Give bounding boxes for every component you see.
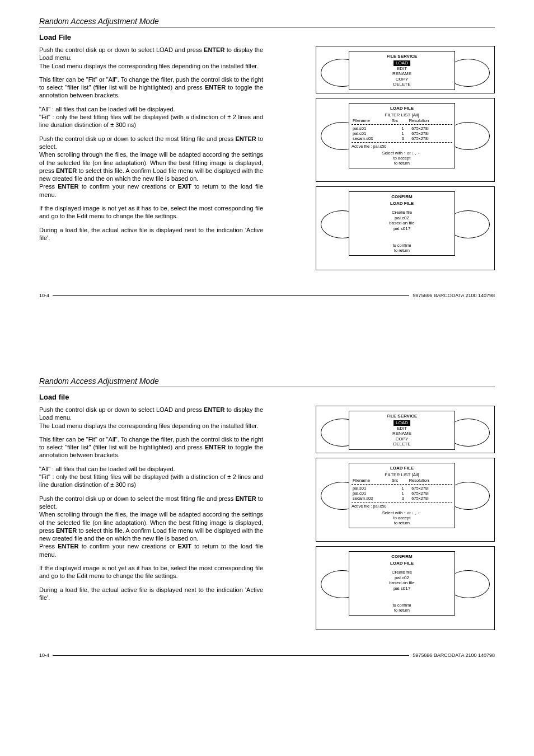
paragraph: During a load file, the actual active fi… bbox=[39, 586, 263, 602]
hint-line: Select with ↑ or ↓ , ← bbox=[352, 151, 452, 156]
diagram-confirm: CONFIRM LOAD FILE Create filepal.c02base… bbox=[316, 186, 495, 270]
table-cell: 675x278i bbox=[410, 131, 452, 136]
menu-title: LOAD FILE bbox=[352, 561, 452, 566]
confirm-line: Create file bbox=[352, 570, 452, 575]
table-cell: 3 bbox=[400, 496, 410, 501]
paragraph: This filter can be "Fit" or "All". To ch… bbox=[39, 76, 263, 100]
page: Random Access Adjustment Mode Load File … bbox=[0, 0, 534, 315]
paragraph: If the displayed image is not yet as it … bbox=[39, 204, 263, 220]
diagram-file-service: FILE SERVICELOADEDITRENAMECOPYDELETE bbox=[316, 406, 495, 453]
hint-line: to return bbox=[352, 161, 452, 166]
hint-line: to confirm bbox=[352, 243, 452, 248]
confirm-line: pal.c02 bbox=[352, 575, 452, 581]
filter-label: FILTER LIST [All] bbox=[352, 112, 452, 118]
confirm-line: Create file bbox=[352, 210, 452, 215]
paragraph: Push the control disk up or down to sele… bbox=[39, 135, 263, 199]
paragraph: Push the control disk up or down to sele… bbox=[39, 495, 263, 558]
menu-item: DELETE bbox=[393, 442, 410, 447]
table-cell: secam.s03 bbox=[352, 496, 400, 501]
menu-item: COPY bbox=[396, 436, 409, 442]
menu-item: EDIT bbox=[397, 66, 407, 71]
menu-item: LOAD bbox=[394, 420, 410, 426]
table-cell: pal.s01 bbox=[352, 486, 400, 491]
confirm-line: based on file bbox=[352, 220, 452, 226]
diagram-file-service: FILE SERVICELOADEDITRENAMECOPYDELETE bbox=[316, 46, 495, 93]
active-file-label: Active file : pal.c50 bbox=[352, 144, 452, 149]
table-cell: 675x278i bbox=[410, 496, 452, 501]
menu-title: FILE SERVICE bbox=[352, 414, 452, 419]
menu-title: CONFIRM bbox=[352, 554, 452, 559]
footer-left: 10-4 bbox=[39, 293, 49, 298]
paragraph: Push the control disk up or down to sele… bbox=[39, 46, 263, 70]
section-title: Random Access Adjustment Mode bbox=[39, 17, 495, 27]
menu-title: CONFIRM bbox=[352, 194, 452, 199]
paragraph: "All" : all files that can be loaded wil… bbox=[39, 105, 263, 129]
table-cell: secam.s03 bbox=[352, 136, 400, 141]
table-cell: 3 bbox=[400, 136, 410, 141]
active-file-label: Active file : pal.c50 bbox=[352, 504, 452, 509]
confirm-line: pal.c02 bbox=[352, 215, 452, 221]
paragraph: If the displayed image is not yet as it … bbox=[39, 564, 263, 580]
menu-item: COPY bbox=[396, 77, 409, 82]
confirm-line: pal.s01? bbox=[352, 226, 452, 232]
filter-label: FILTER LIST [All] bbox=[352, 472, 452, 478]
table-cell: pal.c01 bbox=[352, 131, 400, 136]
diagram-column: FILE SERVICELOADEDITRENAMECOPYDELETE LOA… bbox=[274, 46, 495, 270]
hint-line: to accept bbox=[352, 515, 452, 520]
paragraph: Push the control disk up or down to sele… bbox=[39, 406, 263, 430]
table-cell: 1 bbox=[400, 486, 410, 491]
page: Random Access Adjustment Mode Load file … bbox=[0, 360, 534, 675]
menu-title: FILE SERVICE bbox=[352, 54, 452, 59]
table-cell: 1 bbox=[400, 491, 410, 496]
diagram-column: FILE SERVICELOADEDITRENAMECOPYDELETE LOA… bbox=[274, 406, 495, 630]
menu-item: RENAME bbox=[392, 431, 411, 436]
table-cell: 1 bbox=[400, 131, 410, 136]
diagram-confirm: CONFIRM LOAD FILE Create filepal.c02base… bbox=[316, 546, 495, 630]
section-title: Random Access Adjustment Mode bbox=[39, 377, 495, 387]
body-text: Push the control disk up or down to sele… bbox=[39, 406, 263, 630]
hint-line: to accept bbox=[352, 156, 452, 161]
hint-line: to confirm bbox=[352, 603, 452, 608]
body-text: Push the control disk up or down to sele… bbox=[39, 46, 263, 270]
table-cell: 675x278i bbox=[410, 126, 452, 131]
paragraph: This filter can be "Fit" or "All". To ch… bbox=[39, 435, 263, 459]
hint-line: to return bbox=[352, 608, 452, 613]
menu-item: RENAME bbox=[392, 71, 411, 76]
hint-line: Select with ↑ or ↓ , ← bbox=[352, 510, 452, 515]
menu-item: LOAD bbox=[394, 60, 410, 66]
diagram-load-file: LOAD FILE FILTER LIST [All] FilenameSrcR… bbox=[316, 458, 495, 542]
confirm-line: based on file bbox=[352, 580, 452, 586]
menu-item: EDIT bbox=[397, 426, 407, 431]
heading: Load File bbox=[39, 33, 495, 41]
file-table: FilenameSrcResolution bbox=[352, 478, 452, 483]
menu-title: LOAD FILE bbox=[352, 466, 452, 471]
table-cell: 675x278i bbox=[410, 136, 452, 141]
page-footer: 10-4 5975696 BARCODATA 2100 140798 bbox=[39, 293, 495, 298]
table-cell: pal.c01 bbox=[352, 491, 400, 496]
table-cell: 675x278i bbox=[410, 486, 452, 491]
table-cell: 675x278i bbox=[410, 491, 452, 496]
heading: Load file bbox=[39, 393, 495, 401]
table-cell: 1 bbox=[400, 126, 410, 131]
menu-title: LOAD FILE bbox=[352, 106, 452, 111]
page-footer: 10-4 5975696 BARCODATA 2100 140798 bbox=[39, 652, 495, 658]
footer-left: 10-4 bbox=[39, 652, 49, 658]
paragraph: During a load file, the actual active fi… bbox=[39, 226, 263, 242]
diagram-load-file: LOAD FILE FILTER LIST [All] FilenameSrcR… bbox=[316, 98, 495, 182]
paragraph: "All" : all files that can be loaded wil… bbox=[39, 465, 263, 489]
table-cell: pal.s01 bbox=[352, 126, 400, 131]
footer-right: 5975696 BARCODATA 2100 140798 bbox=[413, 652, 495, 658]
confirm-line: pal.s01? bbox=[352, 586, 452, 591]
menu-item: DELETE bbox=[393, 82, 410, 87]
hint-line: to return bbox=[352, 520, 452, 525]
footer-right: 5975696 BARCODATA 2100 140798 bbox=[413, 293, 495, 298]
file-table: FilenameSrcResolution bbox=[352, 118, 452, 123]
hint-line: to return bbox=[352, 248, 452, 253]
menu-title: LOAD FILE bbox=[352, 201, 452, 206]
